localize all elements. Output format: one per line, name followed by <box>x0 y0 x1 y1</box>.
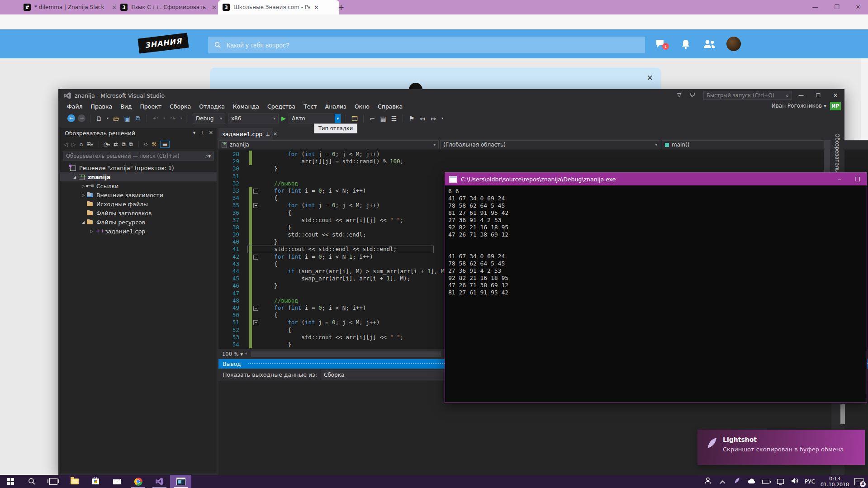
browser-minimize-button[interactable]: — <box>805 0 825 14</box>
tree-row[interactable]: ◢ Файлы ресурсов <box>60 218 217 227</box>
se-properties-icon[interactable]: ⧉ <box>129 141 133 147</box>
fold-icon[interactable] <box>252 246 260 253</box>
fold-icon[interactable] <box>252 173 260 180</box>
fold-icon[interactable] <box>252 217 260 224</box>
project-dropdown[interactable]: znanija▾ <box>218 140 439 149</box>
vs-user-badge[interactable]: ИР <box>830 102 841 110</box>
fold-icon[interactable] <box>252 209 260 217</box>
mail-button[interactable] <box>106 475 128 488</box>
modal-close-icon[interactable]: ✕ <box>647 73 653 82</box>
console-minimize-button[interactable]: – <box>830 176 849 183</box>
visual-studio-button[interactable] <box>149 475 170 488</box>
tab-close-icon[interactable]: ✕ <box>314 4 319 11</box>
vs-menu-файл[interactable]: Файл <box>63 102 87 111</box>
fold-icon[interactable] <box>252 238 260 246</box>
vs-minimize-button[interactable]: — <box>793 90 809 101</box>
start-debug-icon[interactable]: ▶ <box>281 115 286 122</box>
save-icon[interactable]: ▣ <box>123 115 131 122</box>
tree-row[interactable]: Файлы заголовков <box>60 208 217 218</box>
lightshot-tray-icon[interactable] <box>732 477 741 486</box>
action-center-icon[interactable]: 4 <box>854 478 863 485</box>
code-line[interactable]: 29 arr[i][j] = std::rand() % 100; <box>218 158 868 165</box>
chrome-button[interactable] <box>128 475 149 488</box>
browser-tab[interactable]: # * dilemma | Znanija Slack ✕ <box>19 0 120 14</box>
fold-icon[interactable] <box>252 202 260 209</box>
bookmark-icon[interactable]: ⚑ <box>408 115 416 122</box>
fold-icon[interactable] <box>252 275 260 282</box>
undo-icon[interactable]: ↶ <box>152 115 160 122</box>
people-tray-icon[interactable] <box>703 477 712 486</box>
onedrive-tray-icon[interactable] <box>747 477 756 486</box>
site-logo[interactable]: ЗНАНИЯ <box>138 33 189 53</box>
tab-close-icon[interactable]: ✕ <box>212 4 217 11</box>
fold-icon[interactable] <box>252 282 260 289</box>
fold-icon[interactable] <box>252 165 260 172</box>
panel-close-icon[interactable]: ✕ <box>209 130 213 136</box>
se-pending-changes-icon[interactable]: ◔▾ <box>103 141 110 147</box>
messages-icon[interactable]: 1 <box>656 39 667 50</box>
taskbar-search-button[interactable] <box>21 475 43 488</box>
tray-expand-icon[interactable] <box>718 477 727 486</box>
redo-dropdown-icon[interactable]: ▾ <box>180 116 183 120</box>
navigate-back-icon[interactable]: ← <box>67 114 75 122</box>
fold-icon[interactable] <box>252 268 260 275</box>
toolbar-overflow-icon[interactable]: ▾ <box>440 116 445 120</box>
tree-row[interactable]: ▷ Внешние зависимости <box>60 190 217 199</box>
solution-config-dropdown[interactable]: Debug▾ <box>193 114 225 123</box>
find-icon[interactable]: ⌐ <box>368 115 376 122</box>
tab-pin-icon[interactable]: ⊥ <box>266 131 270 137</box>
debug-type-dropdown[interactable]: Авто▾ <box>289 114 341 123</box>
vs-menu-проект[interactable]: Проект <box>136 102 166 111</box>
vs-menu-правка[interactable]: Правка <box>87 102 117 111</box>
vs-menu-средства[interactable]: Средства <box>263 102 299 111</box>
fold-icon[interactable] <box>252 187 260 194</box>
browser-maximize-button[interactable]: ❐ <box>827 0 847 14</box>
feedback-filter-icon[interactable]: ▽ <box>677 92 681 98</box>
console-output[interactable]: 6 6 41 67 34 0 69 24 78 58 62 64 5 45 81… <box>445 185 867 296</box>
vs-menu-отладка[interactable]: Отладка <box>195 102 229 111</box>
fold-icon[interactable] <box>252 253 260 261</box>
se-wrench-icon[interactable]: ⚒ <box>152 141 157 147</box>
scope-dropdown[interactable]: (Глобальная область)▾ <box>440 140 660 149</box>
network-tray-icon[interactable] <box>776 477 785 486</box>
fold-icon[interactable] <box>252 319 260 326</box>
vs-scrollbar-thumb[interactable] <box>840 404 845 424</box>
vs-menu-тест[interactable]: Тест <box>299 102 321 111</box>
se-back-icon[interactable]: ◁ <box>64 141 68 147</box>
se-preview-icon[interactable]: ▬ <box>160 141 170 148</box>
navigate-forward-icon[interactable]: → <box>78 114 85 122</box>
se-forward-icon[interactable]: ▷ <box>71 141 76 147</box>
tree-expander-icon[interactable]: ◢ <box>71 175 78 179</box>
fold-icon[interactable] <box>252 341 260 348</box>
new-file-dropdown-icon[interactable]: ▾ <box>106 116 109 120</box>
lightshot-notification[interactable]: Lightshot Скриншот скопирован в буфер об… <box>697 430 865 465</box>
friends-icon[interactable] <box>703 39 716 50</box>
tree-row[interactable]: ▷ Ссылки <box>60 181 217 190</box>
tree-row[interactable]: ▷ задание1.cpp <box>60 227 217 236</box>
tree-row[interactable]: ◢ znanija <box>60 172 217 181</box>
fold-icon[interactable] <box>252 327 260 334</box>
open-file-icon[interactable]: 🗁 <box>112 115 120 122</box>
se-code-icon[interactable]: ‹› <box>143 141 148 147</box>
fold-icon[interactable] <box>252 231 260 238</box>
tree-row[interactable]: Исходные файлы <box>60 199 217 208</box>
vs-title-bar[interactable]: znanija - Microsoft Visual Studio ▽ 🗩 Бы… <box>58 89 844 102</box>
code-line[interactable]: 30 } <box>218 165 868 172</box>
vs-user-name[interactable]: Иван Рогожников ▾ <box>772 103 826 109</box>
redo-icon[interactable]: ↷ <box>169 115 177 122</box>
indent-decrease-icon[interactable]: ↤ <box>418 115 427 122</box>
output-source-dropdown[interactable]: Сборка▾ <box>321 370 456 379</box>
fold-icon[interactable] <box>252 180 260 187</box>
pin-icon[interactable]: ⊥ <box>200 130 204 136</box>
start-button[interactable] <box>0 475 21 488</box>
undo-dropdown-icon[interactable]: ▾ <box>162 116 166 120</box>
new-file-icon[interactable]: 🗋 <box>95 115 103 122</box>
vs-menu-сборка[interactable]: Сборка <box>166 102 195 111</box>
tree-row[interactable]: Решение "znanija" (проектов: 1) <box>60 163 217 172</box>
fold-icon[interactable] <box>252 224 260 231</box>
vs-menu-справка[interactable]: Справка <box>374 102 407 111</box>
tree-expander-icon[interactable]: ◢ <box>80 220 86 224</box>
platform-dropdown[interactable]: x86▾ <box>228 114 279 123</box>
file-explorer-button[interactable] <box>64 475 85 488</box>
site-user-avatar[interactable] <box>726 37 741 51</box>
